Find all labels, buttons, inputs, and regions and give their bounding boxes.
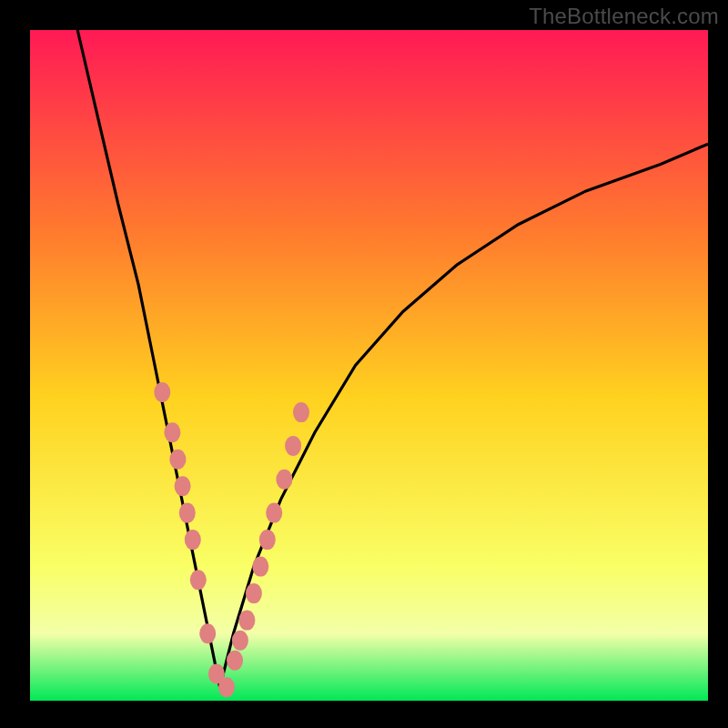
sample-dot (259, 530, 276, 550)
sample-dot (293, 402, 309, 422)
sample-dot (164, 422, 180, 442)
sample-dot (285, 436, 301, 456)
sample-dot (185, 530, 201, 550)
sample-dot (154, 382, 170, 402)
sample-dot (252, 557, 268, 577)
plot-area (30, 30, 708, 701)
sample-dot (246, 583, 262, 603)
sample-dot (218, 677, 235, 697)
chart-frame: TheBottleneck.com (0, 0, 728, 728)
sample-dot (199, 623, 216, 643)
sample-dot (227, 651, 243, 671)
sample-dot (232, 631, 248, 651)
sample-dot (276, 470, 292, 490)
sample-dot (238, 611, 255, 631)
sample-dot (190, 570, 207, 590)
sample-dot (179, 503, 196, 523)
sample-dot (169, 450, 186, 470)
sample-dot (175, 476, 191, 496)
watermark-text: TheBottleneck.com (529, 4, 719, 29)
bottleneck-chart (0, 0, 728, 728)
sample-dot (266, 503, 282, 523)
